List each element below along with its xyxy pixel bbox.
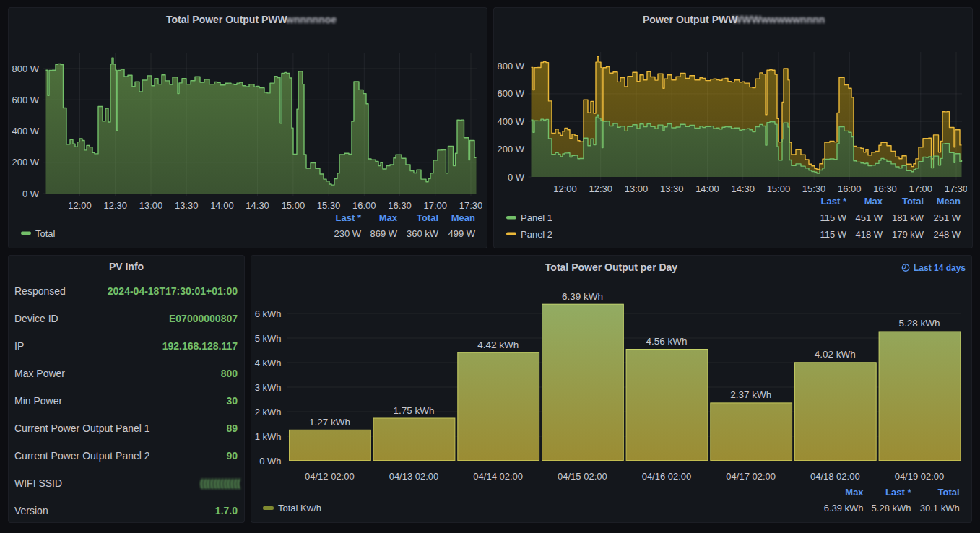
svg-text:179 kW: 179 kW [892,229,924,240]
svg-text:Total Power Output per Day: Total Power Output per Day [545,261,678,273]
svg-text:Total Power Output PWW: Total Power Output PWW [166,14,288,25]
svg-text:4.56 kWh: 4.56 kWh [646,336,687,347]
svg-text:Current Power Output Panel 2: Current Power Output Panel 2 [14,450,150,462]
svg-text:04/17 02:00: 04/17 02:00 [726,471,776,482]
svg-text:wnnnnnoe: wnnnnnoe [285,14,337,25]
svg-text:Mean: Mean [451,212,475,223]
svg-text:400 W: 400 W [12,126,39,136]
svg-text:115 W: 115 W [820,229,846,240]
svg-text:800 W: 800 W [497,61,524,72]
svg-text:Last *: Last * [336,212,362,223]
svg-text:Total: Total [417,212,438,223]
svg-text:17:30: 17:30 [459,200,483,211]
svg-text:200 W: 200 W [497,144,524,155]
svg-text:16:30: 16:30 [388,200,412,211]
svg-text:E07000000807: E07000000807 [169,313,238,324]
svg-text:Total Kw/h: Total Kw/h [278,503,321,514]
svg-text:15:00: 15:00 [767,183,791,194]
svg-text:869 W: 869 W [370,228,397,239]
svg-text:Max: Max [379,212,398,223]
svg-text:PV Info: PV Info [109,261,144,272]
svg-text:13:30: 13:30 [660,183,684,194]
svg-text:Device ID: Device ID [14,313,58,324]
svg-text:1.7.0: 1.7.0 [215,505,238,516]
svg-text:13:00: 13:00 [625,183,649,194]
svg-text:12:00: 12:00 [553,183,577,194]
svg-text:248 W: 248 W [933,229,961,240]
svg-text:Panel 2: Panel 2 [521,229,552,240]
svg-text:17:00: 17:00 [424,200,448,211]
svg-text:15:30: 15:30 [317,200,341,211]
svg-text:Last *: Last * [885,487,911,498]
svg-text:WIFI SSID: WIFI SSID [14,477,62,489]
svg-text:360 kW: 360 kW [407,228,439,239]
svg-text:30: 30 [226,395,238,407]
svg-text:Total: Total [902,196,924,207]
svg-text:04/12 02:00: 04/12 02:00 [305,471,355,482]
svg-text:12:00: 12:00 [68,200,92,211]
svg-text:1.27 kWh: 1.27 kWh [309,417,350,428]
svg-text:16:00: 16:00 [838,183,862,194]
svg-text:800 W: 800 W [12,64,39,74]
svg-text:6.39 kWh: 6.39 kWh [824,503,864,514]
svg-text:Responsed: Responsed [14,285,66,297]
svg-text:2.37 kWh: 2.37 kWh [730,389,771,400]
svg-text:30.1 kWh: 30.1 kWh [920,503,960,514]
svg-text:5 kWh: 5 kWh [255,333,282,344]
svg-text:15:00: 15:00 [282,200,305,211]
svg-text:499 W: 499 W [448,228,475,239]
svg-text:04/19 02:00: 04/19 02:00 [895,471,945,482]
svg-text:115 W: 115 W [820,212,846,223]
svg-text:600 W: 600 W [12,95,39,105]
svg-text:Panel 1: Panel 1 [521,212,552,223]
svg-text:1.75 kWh: 1.75 kWh [393,405,434,416]
svg-text:12:30: 12:30 [589,183,612,194]
svg-text:13:00: 13:00 [139,200,163,211]
svg-text:Max: Max [845,487,864,498]
svg-text:4.02 kWh: 4.02 kWh [815,349,856,360]
svg-text:Current Power Output Panel 1: Current Power Output Panel 1 [14,422,150,434]
svg-text:17:30: 17:30 [945,183,968,194]
svg-text:16:00: 16:00 [352,200,376,211]
svg-text:90: 90 [226,450,238,462]
svg-text:600 W: 600 W [497,88,524,99]
svg-text:181 kW: 181 kW [892,212,924,223]
svg-text:14:30: 14:30 [246,200,269,211]
svg-text:Power Output PWW: Power Output PWW [643,14,738,25]
svg-text:6.39 kWh: 6.39 kWh [562,291,603,302]
svg-text:230 W: 230 W [334,228,361,239]
svg-text:0 W: 0 W [22,188,40,199]
svg-text:200 W: 200 W [12,157,39,168]
svg-text:0 Wh: 0 Wh [259,456,281,467]
svg-text:14:00: 14:00 [695,183,719,194]
svg-text:3 kWh: 3 kWh [255,382,282,393]
svg-text:2 kWh: 2 kWh [255,407,282,417]
svg-text:14:00: 14:00 [210,200,234,211]
svg-text:04/14 02:00: 04/14 02:00 [473,471,523,482]
svg-text:4.42 kWh: 4.42 kWh [477,339,519,350]
svg-text:WWWwwwwwnnnn: WWWwwwwwnnnn [732,14,825,25]
svg-text:IP: IP [14,340,24,352]
svg-text:17:00: 17:00 [909,183,933,194]
svg-text:04/18 02:00: 04/18 02:00 [810,471,860,482]
svg-text:400 W: 400 W [497,116,524,127]
svg-text:89: 89 [226,422,238,434]
svg-text:15:30: 15:30 [802,183,826,194]
svg-text:5.28 kWh: 5.28 kWh [898,318,940,329]
svg-text:Version: Version [14,505,48,516]
svg-text:13:30: 13:30 [175,200,199,211]
svg-text:5.28 kWh: 5.28 kWh [872,503,911,514]
svg-text:251 W: 251 W [933,212,961,223]
svg-text:0 W: 0 W [508,172,525,183]
svg-text:Total: Total [35,228,56,239]
svg-text:451 W: 451 W [855,212,883,223]
svg-text:((((((((((((: (((((((((((( [200,477,240,489]
svg-text:Last *: Last * [821,196,847,207]
svg-text:800: 800 [221,368,238,379]
svg-text:2024-04-18T17:30:01+01:00: 2024-04-18T17:30:01+01:00 [108,285,238,297]
svg-text:Min Power: Min Power [14,395,62,407]
svg-text:6 kWh: 6 kWh [255,308,282,319]
svg-text:04/13 02:00: 04/13 02:00 [389,471,439,482]
svg-text:1 kWh: 1 kWh [255,431,282,442]
svg-text:Last 14 days: Last 14 days [914,263,966,273]
